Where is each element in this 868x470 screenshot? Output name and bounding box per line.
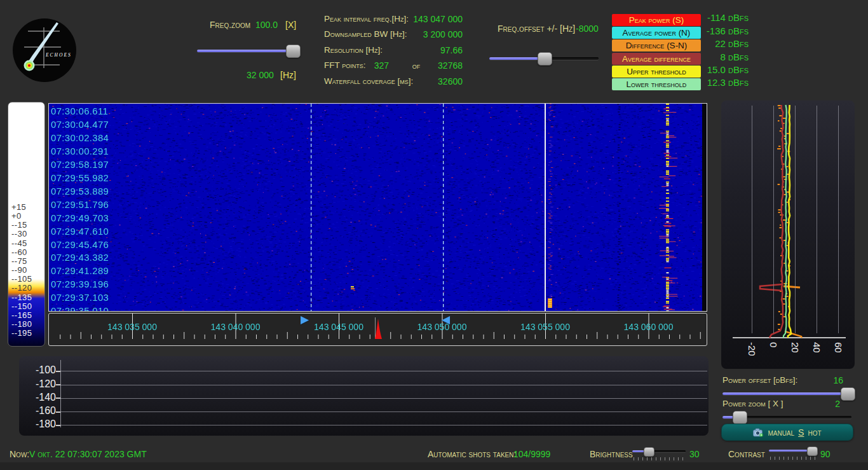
dbfs-value-average-power-n: -136 dBfs xyxy=(707,25,749,36)
legend-button-difference-s-n[interactable]: Difference (S-N) xyxy=(612,39,701,52)
legend-button-peak-power-s[interactable]: Peak power (S) xyxy=(612,14,701,26)
difference-speckle xyxy=(778,146,780,147)
difference-speckle xyxy=(783,263,785,264)
brightness-slider-thumb[interactable] xyxy=(644,447,654,457)
colorbar-label: --135 xyxy=(11,293,32,302)
difference-speckle xyxy=(778,212,780,213)
power-plot-axis xyxy=(60,360,61,427)
info-row-peak-interval-freq-hz: Peak interval freq.[Hz]:143 047 000 xyxy=(324,14,463,25)
frequency-ruler[interactable]: ▶ ◀ 143 035 000143 040 000143 045 000143… xyxy=(48,313,707,346)
difference-speckle xyxy=(778,324,780,325)
spectrum-plot-xlabel: 20 xyxy=(790,342,801,366)
difference-speckle xyxy=(783,298,785,300)
info-label: Downsampled BW [Hz]: xyxy=(324,29,407,39)
colorbar-label: --75 xyxy=(11,256,27,266)
shots-value: 104/9999 xyxy=(513,449,550,459)
dbfs-value-peak-power-s: -114 dBfs xyxy=(707,12,749,23)
pan-right-icon[interactable]: ▶ xyxy=(301,314,309,326)
info-label: Resolution [Hz]: xyxy=(324,45,383,55)
spectrum-plot-xlabel: -20 xyxy=(747,342,757,366)
power-plot-gridline xyxy=(60,398,707,399)
colorbar-label: --180 xyxy=(11,319,32,329)
manual-shot-button[interactable]: manual Shot xyxy=(721,424,853,441)
info-label: Peak interval freq.[Hz]: xyxy=(324,14,409,24)
info-row-downsampled-bw-hz: Downsampled BW [Hz]:3 200 000 xyxy=(324,29,463,40)
legend-button-lower-threshold[interactable]: Lower threshold xyxy=(612,78,701,90)
colorbar-label: --15 xyxy=(11,220,27,230)
colorbar-label: +0 xyxy=(11,211,22,221)
power-plot-tick xyxy=(56,411,60,413)
spectrum-plot-gridline xyxy=(817,106,817,333)
dbfs-value-difference-s-n: 22 dBfs xyxy=(715,38,749,49)
power-plot-ylabel: -100 xyxy=(23,364,56,376)
power-plot-tick xyxy=(56,371,60,372)
difference-speckle xyxy=(780,225,781,226)
legend-button-average-power-n[interactable]: Average power (N) xyxy=(612,27,701,39)
difference-speckle xyxy=(778,184,780,185)
colorbar-label: +15 xyxy=(11,202,26,212)
freq-zoom-unit: [X] xyxy=(285,20,296,30)
contrast-slider-thumb[interactable] xyxy=(807,446,818,456)
freq-offset-slider-thumb[interactable] xyxy=(538,52,552,66)
power-offset-slider-track[interactable] xyxy=(722,392,851,395)
dbfs-values: -114 dBfs-136 dBfs22 dBfs8 dBfs15.0 dBfs… xyxy=(693,12,749,95)
power-offset-slider[interactable] xyxy=(722,387,851,400)
info-label: Waterfall coverage [ms]: xyxy=(324,76,413,86)
difference-speckle xyxy=(780,130,782,132)
power-plot: -100-120-140-160-180 xyxy=(19,356,709,436)
power-plot-ylabel: -180 xyxy=(23,418,56,430)
power-plot-tick xyxy=(56,384,60,385)
colorbar-label: --90 xyxy=(11,265,27,275)
dbfs-value-average-difference: 8 dBfs xyxy=(720,52,749,62)
power-plot-tick xyxy=(56,425,60,426)
legend-button-average-difference[interactable]: Average difference xyxy=(612,53,701,65)
brightness-slider-track[interactable] xyxy=(632,450,686,452)
ruler-canvas[interactable] xyxy=(49,314,707,344)
freq-offset-slider[interactable] xyxy=(489,52,599,65)
freq-offset-value: -8000 xyxy=(576,24,599,34)
legend-button-upper-threshold[interactable]: Upper threshold xyxy=(612,66,701,78)
now-value: V окт. 22 07:30:07 2023 GMT xyxy=(29,449,147,459)
brightness-slider[interactable] xyxy=(632,447,686,456)
power-colorbar: +15+0--15--30--45--60--75--90--105--120-… xyxy=(8,102,45,347)
info-row-waterfall-coverage-ms: Waterfall coverage [ms]:32600 xyxy=(324,76,463,87)
power-offset-value: 16 xyxy=(786,375,843,385)
freq-zoom-slider-thumb[interactable] xyxy=(286,45,301,58)
difference-speckle xyxy=(787,133,789,134)
power-offset-slider-thumb[interactable] xyxy=(841,387,855,401)
spectrum-plot-xlabel: 0 xyxy=(768,342,779,366)
contrast-slider[interactable] xyxy=(769,446,818,455)
info-value: 32600 xyxy=(438,76,463,86)
pan-left-icon[interactable]: ◀ xyxy=(442,314,450,326)
dbfs-value-upper-threshold: 15.0 dBfs xyxy=(707,64,749,75)
colorbar-label: --165 xyxy=(11,310,32,320)
power-zoom-slider-thumb[interactable] xyxy=(733,411,747,424)
contrast-value: 90 xyxy=(820,449,831,459)
contrast-label: Contrast xyxy=(728,449,765,459)
info-label: FFT points: xyxy=(324,60,366,70)
power-zoom-slider[interactable] xyxy=(722,411,851,424)
difference-speckle xyxy=(783,118,786,119)
dbfs-value-lower-threshold: 12.3 dBfs xyxy=(707,77,749,88)
info-value: 143 047 000 xyxy=(413,14,463,24)
waterfall-canvas[interactable] xyxy=(49,104,707,311)
info-row-resolution-hz: Resolution [Hz]:97.66 xyxy=(324,45,463,56)
difference-speckle xyxy=(780,227,782,228)
waterfall-display[interactable]: 07:30:06.61107:30:04.47707:30:02.38407:3… xyxy=(48,103,707,312)
now-label: Now: xyxy=(10,449,29,459)
colorbar-label: --105 xyxy=(11,274,32,284)
freq-zoom-slider[interactable] xyxy=(197,45,299,57)
info-value-2: 32768 xyxy=(438,60,463,71)
freq-zoom-label: Freq.zoom xyxy=(210,20,250,30)
camera-icon xyxy=(753,428,764,437)
colorbar-label: --30 xyxy=(11,229,27,238)
average-difference-spike xyxy=(760,284,782,291)
footer-strip xyxy=(0,462,868,470)
brightness-label: Brightness xyxy=(590,449,633,459)
power-plot-ylabel: -140 xyxy=(23,392,56,403)
info-panel: Peak interval freq.[Hz]:143 047 000Downs… xyxy=(324,0,463,95)
difference-speckle xyxy=(778,105,781,106)
freq-zoom-slider-track[interactable] xyxy=(197,50,299,52)
power-zoom-label: Power zoom [ X ] xyxy=(722,399,783,408)
colorbar-label: --150 xyxy=(11,301,32,311)
